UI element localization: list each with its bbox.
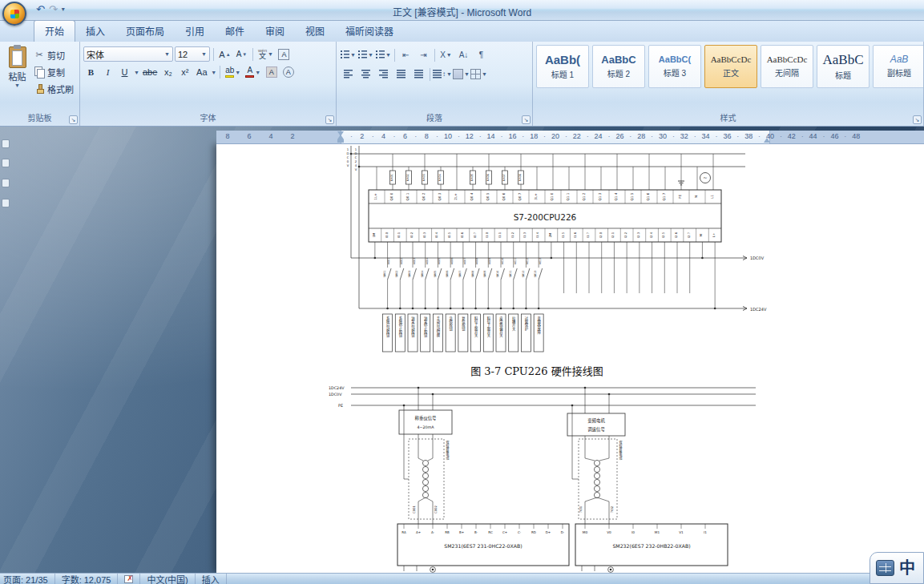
enclose-characters-button[interactable]: A	[280, 65, 296, 79]
svg-text:I2.6: I2.6	[674, 232, 678, 238]
status-page[interactable]: 页面: 21/35	[0, 574, 55, 584]
office-button[interactable]	[2, 2, 26, 26]
status-proofing[interactable]	[118, 574, 140, 584]
multilevel-list-button[interactable]: ▼	[375, 47, 392, 62]
svg-text:I1.1: I1.1	[498, 232, 502, 238]
underline-arrow[interactable]: ▼	[134, 70, 139, 75]
svg-text:RD: RD	[531, 530, 536, 534]
align-center-button[interactable]	[357, 66, 374, 82]
subscript-button[interactable]: x₂	[160, 65, 176, 79]
align-right-icon	[379, 70, 388, 79]
increase-indent-button[interactable]: ⇥	[415, 47, 432, 62]
font-size-arrow[interactable]: ▼	[201, 51, 207, 57]
align-left-button[interactable]	[340, 66, 357, 82]
style-card-normal[interactable]: AaBbCcDc正文	[704, 45, 757, 88]
format-painter-button[interactable]: 格式刷	[31, 81, 76, 96]
clipboard-dialog-launcher[interactable]: ↘	[69, 115, 78, 124]
svg-text:变频电机: 变频电机	[587, 417, 605, 424]
ruler-tick: ·	[716, 133, 718, 140]
tab-references[interactable]: 引用	[175, 21, 215, 42]
ruler-number: 36	[723, 133, 731, 140]
style-card-heading2[interactable]: AaBbC标题 2	[592, 45, 645, 88]
style-card-heading3[interactable]: AaBbC(标题 3	[648, 45, 701, 88]
tab-home[interactable]: 开始	[34, 20, 75, 42]
decrease-indent-button[interactable]: ⇤	[397, 47, 414, 62]
bullet-list-button[interactable]: ▼	[340, 47, 357, 62]
svg-text:Q0.1: Q0.1	[406, 192, 410, 200]
status-language[interactable]: 中文(中国)	[140, 574, 195, 584]
tab-foxit-reader[interactable]: 福昕阅读器	[335, 21, 404, 42]
tab-insert[interactable]: 插入	[75, 21, 115, 42]
borders-icon	[470, 69, 481, 79]
svg-text:D+: D+	[546, 530, 551, 534]
svg-text:Q1.7: Q1.7	[662, 192, 666, 200]
change-case-arrow[interactable]: ▼	[211, 70, 216, 75]
status-insert-mode[interactable]: 插入	[196, 574, 227, 584]
paste-dropdown-arrow[interactable]: ▼	[14, 83, 20, 88]
style-card-no-spacing[interactable]: AaBbCcDc无间隔	[761, 45, 813, 88]
paste-button[interactable]: 粘贴 ▼	[3, 44, 31, 113]
tab-view[interactable]: 视图	[295, 21, 335, 42]
svg-text:Q1.1: Q1.1	[566, 192, 570, 200]
tab-mailings[interactable]: 邮件	[215, 21, 255, 42]
font-color-button[interactable]: A▼	[244, 65, 262, 79]
style-card-subtitle[interactable]: AaB副标题	[873, 45, 923, 88]
phonetic-guide-button[interactable]: wén文▼	[256, 47, 275, 62]
redo-button[interactable]: ↷	[49, 4, 58, 14]
right-indent-marker[interactable]	[764, 138, 770, 143]
distribute-button[interactable]	[410, 66, 427, 82]
svg-text:SM232(6ES7 232-0HB22-0XAB): SM232(6ES7 232-0HB22-0XAB)	[612, 543, 690, 549]
copy-button[interactable]: 复制	[31, 64, 76, 79]
svg-text:I1.5: I1.5	[561, 232, 565, 238]
tab-page-layout[interactable]: 页面布局	[115, 21, 175, 42]
bold-button[interactable]: B	[83, 65, 99, 79]
cut-button[interactable]: ✂剪切	[31, 47, 76, 62]
numbering-button[interactable]: ▼	[357, 47, 374, 62]
left-edge-icon	[2, 159, 10, 167]
undo-button[interactable]: ↶	[36, 4, 45, 14]
italic-button[interactable]: I	[100, 65, 115, 79]
shrink-font-button[interactable]: A▼	[234, 47, 249, 62]
character-border-button[interactable]: A	[276, 47, 292, 62]
svg-text:皮带跑偏开关: 皮带跑偏开关	[499, 316, 503, 338]
superscript-button[interactable]: x²	[177, 65, 192, 79]
svg-text:调速信号: 调速信号	[587, 426, 605, 433]
justify-button[interactable]	[393, 66, 410, 82]
change-case-button[interactable]: Aa	[194, 65, 209, 79]
ruler-number: 20	[551, 133, 559, 140]
font-family-combo[interactable]: 宋体▼	[83, 46, 173, 62]
font-dialog-launcher[interactable]: ↘	[325, 115, 334, 124]
align-center-icon	[361, 70, 370, 79]
style-card-heading1[interactable]: AaBb(标题 1	[536, 45, 589, 88]
sort-button[interactable]: A↓	[455, 47, 472, 62]
styles-dialog-launcher[interactable]: ↘	[913, 115, 922, 124]
underline-button[interactable]: U	[117, 65, 132, 79]
svg-text:1DC24V: 1DC24V	[750, 307, 767, 312]
svg-text:SB08: SB08	[471, 271, 474, 278]
character-shading-button[interactable]: A	[264, 65, 279, 79]
show-marks-button[interactable]: ¶	[473, 47, 490, 62]
borders-button[interactable]: ▼	[470, 66, 487, 82]
ime-panel[interactable]: 中	[870, 552, 924, 584]
font-size-combo[interactable]: 12▼	[175, 46, 210, 62]
qat-customize-button[interactable]: ▾	[62, 6, 65, 13]
line-spacing-button[interactable]: ↕▼	[433, 66, 452, 82]
left-indent-marker[interactable]	[337, 139, 344, 143]
highlight-color-button[interactable]: ab▼	[224, 65, 242, 79]
grow-font-button[interactable]: A▲	[217, 47, 232, 62]
strikethrough-button[interactable]: abe	[141, 65, 159, 79]
svg-text:1DC24V: 1DC24V	[354, 147, 358, 171]
asian-layout-button[interactable]: X▼	[438, 47, 454, 62]
svg-text:KA04: KA04	[438, 174, 442, 181]
style-card-title[interactable]: AaBbC标题	[817, 45, 870, 88]
tab-review[interactable]: 审阅	[255, 21, 295, 42]
svg-text:A005: A005	[438, 258, 441, 265]
svg-text:A006: A006	[450, 258, 454, 265]
ruler-number: 46	[830, 133, 838, 140]
font-family-arrow[interactable]: ▼	[164, 51, 170, 57]
align-right-button[interactable]	[375, 66, 392, 82]
shading-button[interactable]: ▼	[453, 66, 470, 82]
paragraph-dialog-launcher[interactable]: ↘	[522, 115, 531, 124]
status-word-count[interactable]: 字数: 12,075	[55, 574, 119, 584]
svg-text:KA06: KA06	[486, 174, 490, 181]
